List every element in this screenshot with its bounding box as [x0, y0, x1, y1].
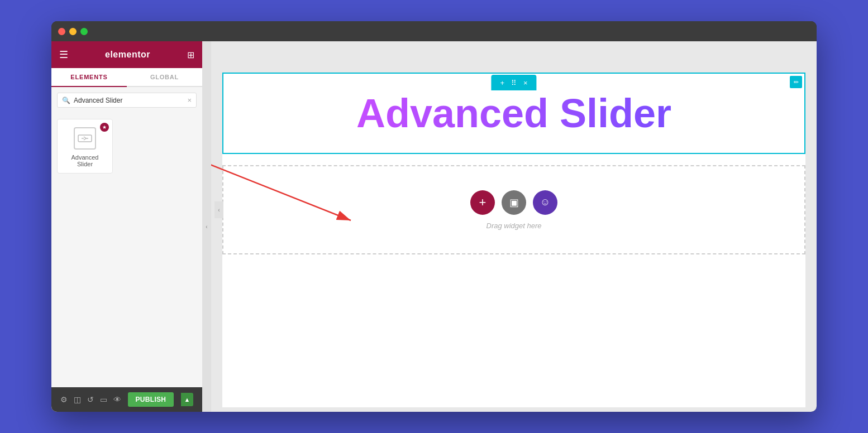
layers-icon[interactable]: ◫: [74, 395, 81, 404]
edit-widget-button[interactable]: ✏: [790, 76, 802, 88]
search-bar: 🔍 ×: [57, 93, 197, 108]
maximize-dot[interactable]: [80, 28, 88, 35]
folder-icon: ▣: [509, 196, 519, 209]
pro-badge: ★: [100, 123, 109, 132]
canvas: + ⠿ × Advanced Slider ✏ ‹: [211, 41, 817, 412]
publish-button[interactable]: PUBLISH: [128, 392, 174, 407]
app-window: ☰ elementor ⊞ ELEMENTS GLOBAL 🔍 × ★: [51, 21, 817, 412]
clear-search-icon[interactable]: ×: [187, 96, 192, 104]
advanced-slider-heading: Advanced Slider: [356, 91, 671, 136]
search-input[interactable]: [74, 97, 184, 104]
settings-icon[interactable]: ⚙: [60, 395, 68, 404]
svg-rect-0: [78, 135, 92, 142]
widget-advanced-slider[interactable]: ★ Advanced Slider: [57, 119, 113, 174]
close-dot[interactable]: [58, 28, 65, 35]
canvas-inner: + ⠿ × Advanced Slider ✏ ‹: [222, 73, 805, 407]
widget-toolbar: + ⠿ ×: [491, 75, 536, 90]
drag-hint: Drag widget here: [487, 222, 542, 230]
drag-section-handle[interactable]: ‹: [214, 201, 223, 218]
emoji-widget-button[interactable]: ☺: [533, 190, 557, 215]
preview-icon[interactable]: 👁: [113, 395, 121, 404]
toolbar-move-btn[interactable]: ⠿: [508, 79, 520, 87]
publish-dropdown-button[interactable]: ▲: [181, 393, 194, 406]
drag-section: ‹ + ▣ ☺ Drag widget here: [222, 165, 805, 254]
folder-widget-button[interactable]: ▣: [502, 190, 526, 215]
titlebar: [51, 21, 817, 41]
sidebar-logo: elementor: [105, 50, 150, 60]
sidebar-tabs: ELEMENTS GLOBAL: [51, 68, 202, 87]
minimize-dot[interactable]: [69, 28, 77, 35]
pencil-icon: ✏: [794, 79, 799, 86]
widget-label: Advanced Slider: [63, 154, 107, 167]
grid-icon[interactable]: ⊞: [187, 50, 194, 60]
app-body: ☰ elementor ⊞ ELEMENTS GLOBAL 🔍 × ★: [51, 41, 817, 412]
tab-global[interactable]: GLOBAL: [127, 68, 202, 86]
toolbar-close-btn[interactable]: ×: [520, 79, 531, 87]
widget-action-buttons: + ▣ ☺: [470, 190, 557, 215]
device-icon[interactable]: ▭: [100, 395, 107, 404]
tab-elements[interactable]: ELEMENTS: [51, 68, 127, 87]
plus-icon: +: [479, 195, 487, 210]
hamburger-icon[interactable]: ☰: [59, 49, 68, 61]
window-controls: [58, 28, 88, 35]
search-icon: 🔍: [62, 97, 70, 104]
collapse-icon: ‹: [206, 224, 207, 230]
sidebar: ☰ elementor ⊞ ELEMENTS GLOBAL 🔍 × ★: [51, 41, 202, 412]
collapse-sidebar-button[interactable]: ‹: [202, 41, 211, 412]
widget-icon: [74, 127, 96, 150]
sidebar-header: ☰ elementor ⊞: [51, 41, 202, 68]
emoji-icon: ☺: [540, 196, 550, 208]
add-widget-button[interactable]: +: [470, 190, 495, 215]
widgets-grid: ★ Advanced Slider: [51, 113, 202, 179]
sidebar-footer: ⚙ ◫ ↺ ▭ 👁 PUBLISH ▲: [51, 387, 202, 412]
toolbar-add-btn[interactable]: +: [497, 79, 508, 87]
undo-icon[interactable]: ↺: [87, 395, 94, 404]
